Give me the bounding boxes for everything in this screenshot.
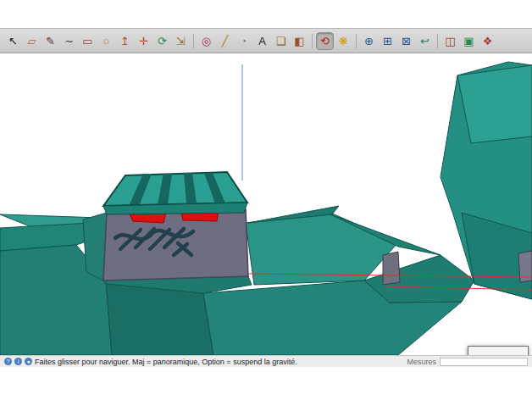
pan-tool[interactable]: ❋ (335, 32, 352, 50)
line-tool[interactable]: ✎ (42, 32, 59, 50)
select-tool[interactable]: ↖ (4, 32, 22, 50)
paint-bucket-tool[interactable]: ◧ (291, 32, 308, 50)
section-plane-tool[interactable]: ◫ (441, 32, 459, 50)
zoom-tool[interactable]: ⊕ (360, 32, 378, 50)
toolbar-separator (193, 34, 194, 48)
model-canvas[interactable] (0, 53, 532, 355)
components-tool[interactable]: ❖ (479, 32, 496, 50)
thumb-background (468, 347, 526, 355)
circle-tool[interactable]: ○ (97, 32, 115, 50)
measurements-label: Mesures (407, 358, 436, 366)
zoom-extents-tool[interactable]: ⊠ (397, 32, 415, 50)
toolbar-separator (356, 34, 357, 48)
label-tool[interactable]: ❏ (272, 32, 290, 50)
model-viewport[interactable] (0, 53, 532, 355)
previous-view-tool[interactable]: ↩ (416, 32, 434, 50)
orbit-tool[interactable]: ⟲ (316, 32, 334, 50)
info-icon[interactable]: i (14, 358, 22, 365)
croc-head[interactable] (83, 172, 252, 293)
offset-tool[interactable]: ◎ (197, 32, 215, 50)
scale-tool[interactable]: ⇲ (172, 32, 190, 50)
preview-thumbnail[interactable] (468, 346, 529, 355)
protractor-tool[interactable]: ◔ (235, 32, 252, 50)
user-icon[interactable]: ● (25, 358, 32, 365)
pushpull-tool[interactable]: ↥ (116, 32, 134, 50)
model-box-tool[interactable]: ▣ (460, 32, 478, 50)
freehand-tool[interactable]: ∼ (60, 32, 78, 50)
tape-measure-tool[interactable]: ╱ (216, 32, 234, 50)
eraser-tool[interactable]: ▱ (23, 32, 41, 50)
croc-tail[interactable] (441, 62, 532, 299)
rotate-tool[interactable]: ⟳ (153, 32, 171, 50)
measurements-box: Mesures (407, 358, 528, 366)
toolbar-separator (437, 34, 438, 48)
text-tool[interactable]: A (253, 32, 271, 50)
move-tool[interactable]: ✛ (135, 32, 152, 50)
measurements-input[interactable] (440, 358, 528, 366)
toolbar-separator (312, 34, 313, 48)
status-bar: ?i●Faites glisser pour naviguer. Maj = p… (0, 355, 532, 367)
help-icon[interactable]: ? (4, 358, 12, 365)
sketchup-window: ↖▱✎∼▭○↥✛⟳⇲◎╱◔A❏◧⟲❋⊕⊞⊠↩◫▣❖ (0, 28, 532, 366)
rectangle-tool[interactable]: ▭ (79, 32, 97, 50)
toolbar: ↖▱✎∼▭○↥✛⟳⇲◎╱◔A❏◧⟲❋⊕⊞⊠↩◫▣❖ (0, 29, 532, 53)
status-hint: Faites glisser pour naviguer. Maj = pano… (35, 358, 297, 366)
croc-brow[interactable] (103, 172, 247, 214)
zoom-window-tool[interactable]: ⊞ (379, 32, 396, 50)
